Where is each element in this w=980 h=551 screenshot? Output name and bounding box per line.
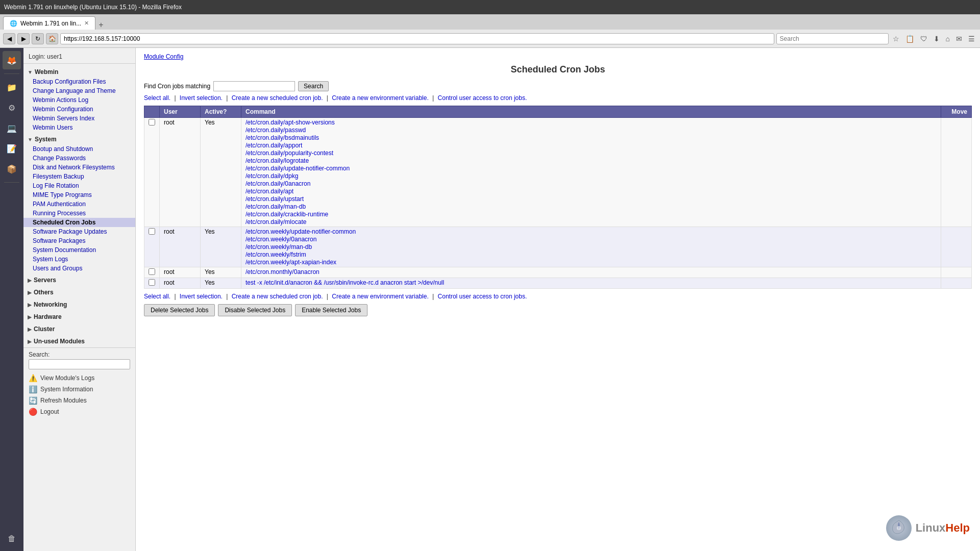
cmd-link[interactable]: /etc/cron.weekly/fstrim bbox=[246, 251, 937, 258]
download-button[interactable]: ⬇ bbox=[932, 34, 942, 44]
servers-section-header[interactable]: ▶ Servers bbox=[23, 275, 135, 285]
browser-search-input[interactable] bbox=[776, 33, 889, 44]
row-checkbox-cell[interactable] bbox=[144, 118, 160, 227]
taskbar-apps-icon[interactable]: 📦 bbox=[3, 160, 21, 178]
taskbar-trash-icon[interactable]: 🗑 bbox=[3, 530, 21, 548]
taskbar-terminal-icon[interactable]: 💻 bbox=[3, 119, 21, 137]
home-toolbar-button[interactable]: ⌂ bbox=[944, 34, 952, 44]
taskbar-files-icon[interactable]: 📁 bbox=[3, 78, 21, 96]
share-button[interactable]: ✉ bbox=[954, 34, 964, 44]
menu-button[interactable]: ☰ bbox=[966, 34, 977, 44]
cmd-link[interactable]: /etc/cron.weekly/apt-xapian-index bbox=[246, 259, 937, 266]
sidebar-view-logs[interactable]: ⚠️ View Module's Logs bbox=[23, 372, 135, 384]
sidebar-item-webmin-config[interactable]: Webmin Configuration bbox=[23, 105, 135, 114]
cmd-link[interactable]: /etc/cron.weekly/0anacron bbox=[246, 236, 937, 243]
address-bar[interactable] bbox=[60, 33, 774, 44]
sidebar-item-disk-network[interactable]: Disk and Network Filesystems bbox=[23, 163, 135, 172]
reload-button[interactable]: ↻ bbox=[32, 33, 44, 44]
system-section-header[interactable]: ▼ System bbox=[23, 134, 135, 144]
sidebar-item-software-updates[interactable]: Software Package Updates bbox=[23, 227, 135, 236]
sidebar-item-log-rotation[interactable]: Log File Rotation bbox=[23, 181, 135, 190]
sidebar-system-info[interactable]: ℹ️ System Information bbox=[23, 384, 135, 395]
cmd-link[interactable]: /etc/cron.daily/apport bbox=[246, 142, 937, 149]
sidebar-item-bootup[interactable]: Bootup and Shutdown bbox=[23, 144, 135, 154]
invert-selection-link-bottom[interactable]: Invert selection. bbox=[180, 293, 223, 300]
cmd-link[interactable]: /etc/cron.daily/apt-show-versions bbox=[246, 119, 937, 126]
cmd-link[interactable]: /etc/cron.daily/0anacron bbox=[246, 180, 937, 187]
cmd-link[interactable]: /etc/cron.daily/upstart bbox=[246, 195, 937, 203]
enable-selected-btn[interactable]: Enable Selected Jobs bbox=[295, 304, 368, 316]
control-access-link-bottom[interactable]: Control user access to cron jobs. bbox=[438, 293, 527, 300]
row-checkbox[interactable] bbox=[149, 119, 155, 126]
cmd-link[interactable]: /etc/cron.daily/bsdmainutils bbox=[246, 134, 937, 141]
sidebar-refresh-modules[interactable]: 🔄 Refresh Modules bbox=[23, 395, 135, 406]
others-section-header[interactable]: ▶ Others bbox=[23, 287, 135, 297]
cmd-link[interactable]: /etc/cron.weekly/man-db bbox=[246, 243, 937, 251]
row-checkbox-cell[interactable] bbox=[144, 267, 160, 278]
module-config-link[interactable]: Module Config bbox=[144, 53, 183, 60]
sidebar-item-servers-index[interactable]: Webmin Servers Index bbox=[23, 114, 135, 123]
sidebar-item-users-groups[interactable]: Users and Groups bbox=[23, 264, 135, 273]
delete-selected-btn[interactable]: Delete Selected Jobs bbox=[144, 304, 215, 316]
sidebar-item-actions-log[interactable]: Webmin Actions Log bbox=[23, 95, 135, 105]
sidebar-item-mime-types[interactable]: MIME Type Programs bbox=[23, 190, 135, 199]
cmd-link[interactable]: /etc/cron.daily/passwd bbox=[246, 127, 937, 134]
sidebar-item-change-lang[interactable]: Change Language and Theme bbox=[23, 86, 135, 95]
sidebar-item-filesystem-backup[interactable]: Filesystem Backup bbox=[23, 172, 135, 181]
sidebar-item-running-processes[interactable]: Running Processes bbox=[23, 209, 135, 218]
create-env-link[interactable]: Create a new environment variable. bbox=[332, 94, 428, 102]
tab-close-btn[interactable]: ✕ bbox=[84, 20, 89, 27]
disable-selected-btn[interactable]: Disable Selected Jobs bbox=[218, 304, 292, 316]
cmd-link[interactable]: /etc/cron.daily/mlocate bbox=[246, 218, 937, 226]
bookmark-star-button[interactable]: ☆ bbox=[891, 34, 901, 44]
home-button[interactable]: 🏠 bbox=[46, 33, 58, 44]
create-cron-link[interactable]: Create a new scheduled cron job. bbox=[232, 94, 323, 102]
cmd-link[interactable]: /etc/cron.daily/update-notifier-common bbox=[246, 165, 937, 172]
sidebar-item-change-passwords[interactable]: Change Passwords bbox=[23, 154, 135, 163]
back-button[interactable]: ◀ bbox=[3, 33, 15, 44]
shield-button[interactable]: 🛡 bbox=[918, 34, 929, 44]
cmd-link[interactable]: /etc/cron.daily/popularity-contest bbox=[246, 149, 937, 157]
cmd-link[interactable]: /etc/cron.daily/apt bbox=[246, 188, 937, 195]
row-checkbox[interactable] bbox=[149, 268, 155, 275]
row-checkbox-cell[interactable] bbox=[144, 278, 160, 289]
invert-selection-link[interactable]: Invert selection. bbox=[180, 94, 223, 102]
unused-section-header[interactable]: ▶ Un-used Modules bbox=[23, 336, 135, 346]
sidebar-logout[interactable]: 🔴 Logout bbox=[23, 406, 135, 417]
sidebar-item-system-logs[interactable]: System Logs bbox=[23, 255, 135, 264]
search-button[interactable]: Search bbox=[298, 81, 329, 91]
cmd-link[interactable]: /etc/cron.weekly/update-notifier-common bbox=[246, 228, 937, 235]
networking-section-header[interactable]: ▶ Networking bbox=[23, 299, 135, 310]
sidebar-search-input[interactable] bbox=[29, 359, 130, 369]
taskbar-settings-icon[interactable]: ⚙ bbox=[3, 98, 21, 117]
cmd-link[interactable]: /etc/cron.daily/cracklib-runtime bbox=[246, 211, 937, 218]
select-all-link-bottom[interactable]: Select all. bbox=[144, 293, 170, 300]
sidebar-item-webmin-users[interactable]: Webmin Users bbox=[23, 123, 135, 132]
row-checkbox-cell[interactable] bbox=[144, 227, 160, 267]
select-all-link[interactable]: Select all. bbox=[144, 94, 170, 102]
active-tab[interactable]: 🌐 Webmin 1.791 on lin... ✕ bbox=[3, 16, 95, 30]
sidebar-item-software-packages[interactable]: Software Packages bbox=[23, 236, 135, 245]
cmd-link[interactable]: /etc/cron.daily/logrotate bbox=[246, 157, 937, 164]
create-cron-link-bottom[interactable]: Create a new scheduled cron job. bbox=[232, 293, 323, 300]
forward-button[interactable]: ▶ bbox=[17, 33, 30, 44]
control-access-link[interactable]: Control user access to cron jobs. bbox=[438, 94, 527, 102]
cmd-link[interactable]: test -x /etc/init.d/anacron && /usr/sbin… bbox=[246, 279, 937, 286]
hardware-section-header[interactable]: ▶ Hardware bbox=[23, 312, 135, 322]
taskbar-firefox-icon[interactable]: 🦊 bbox=[3, 51, 21, 69]
cmd-link[interactable]: /etc/cron.daily/man-db bbox=[246, 203, 937, 210]
sidebar-item-cron-jobs[interactable]: Scheduled Cron Jobs bbox=[23, 218, 135, 227]
sidebar-item-backup-config[interactable]: Backup Configuration Files bbox=[23, 77, 135, 86]
webmin-section-header[interactable]: ▼ Webmin bbox=[23, 67, 135, 77]
cmd-link[interactable]: /etc/cron.daily/dpkg bbox=[246, 172, 937, 180]
sidebar-item-system-docs[interactable]: System Documentation bbox=[23, 245, 135, 255]
new-tab-button[interactable]: + bbox=[96, 20, 105, 30]
create-env-link-bottom[interactable]: Create a new environment variable. bbox=[332, 293, 428, 300]
bookmark-list-button[interactable]: 📋 bbox=[903, 34, 916, 44]
cluster-section-header[interactable]: ▶ Cluster bbox=[23, 324, 135, 334]
taskbar-notepad-icon[interactable]: 📝 bbox=[3, 139, 21, 158]
cmd-link[interactable]: /etc/cron.monthly/0anacron bbox=[246, 268, 937, 276]
row-checkbox[interactable] bbox=[149, 279, 155, 286]
row-checkbox[interactable] bbox=[149, 228, 155, 235]
sidebar-item-pam[interactable]: PAM Authentication bbox=[23, 199, 135, 209]
